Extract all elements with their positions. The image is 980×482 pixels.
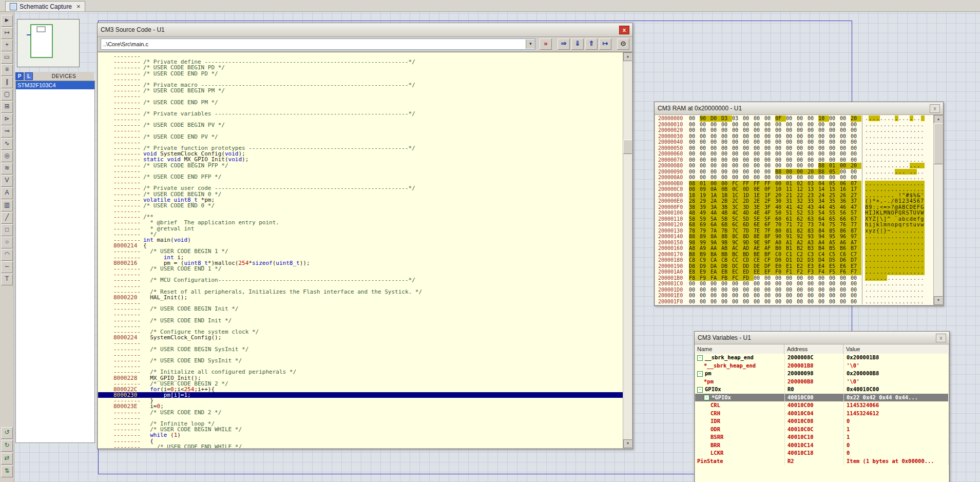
ram-window-close-button[interactable]: x xyxy=(930,104,940,113)
ram-row[interactable]: 200000D018191A1B1C1D1E1F2021222324252627… xyxy=(655,192,933,199)
circle-icon[interactable]: ○ xyxy=(1,237,13,248)
goto-address-icon[interactable]: ⊙ xyxy=(617,38,629,50)
variable-row-pm[interactable]: *pm200000B8'\0' xyxy=(695,378,949,386)
ram-row[interactable]: 200001F000000000000000000000000000000000… xyxy=(655,299,933,305)
variable-row-idr[interactable]: IDR40010C080 xyxy=(695,417,949,426)
source-window-titlebar[interactable]: CM3 Source Code - U1 x xyxy=(98,23,632,37)
ram-row[interactable]: 2000014088898A8B8C8D8E8F9091929394959697… xyxy=(655,234,933,240)
graph-mode-icon[interactable]: ∿ xyxy=(1,138,13,150)
virtual-instrument-icon[interactable]: ▥ xyxy=(1,200,13,211)
ram-row[interactable]: 200000A000000000000000000000000000000000… xyxy=(655,175,933,181)
variable-row-odr[interactable]: ODR40010C0C1 xyxy=(695,426,949,434)
inter-sheet-terminal-icon[interactable]: ⊳ xyxy=(1,113,13,125)
variable-row-pinstate[interactable]: PinStateR2Item (1 bytes at 0x00000... xyxy=(695,457,949,466)
expand-collapse-icon[interactable]: - xyxy=(697,371,703,377)
variables-window-titlebar[interactable]: CM3 Variables - U1 x xyxy=(695,332,949,344)
code-line[interactable]: --------/* USER CODE END 0 */ xyxy=(98,203,623,208)
mirror-x-icon[interactable]: ⇄ xyxy=(1,453,13,465)
overview-preview-panel[interactable] xyxy=(17,19,80,67)
ram-row[interactable]: 2000002000000000000000000000000000000000… xyxy=(655,127,933,133)
rotate-ccw-icon[interactable]: ↺ xyxy=(1,427,13,439)
text-script-icon[interactable]: ≡ xyxy=(1,64,13,76)
scroll-up-icon[interactable]: ▲ xyxy=(623,52,632,61)
source-window-close-button[interactable]: x xyxy=(619,26,629,34)
ram-row[interactable]: 2000011058595A5B5C5D5E5F6061626364656667… xyxy=(655,216,933,222)
generator-icon[interactable]: ≋ xyxy=(1,163,13,175)
code-line[interactable]: -------- /* USER CODE END WHILE */ xyxy=(98,444,623,448)
variable-row-crh[interactable]: CRH40010C041145324612 xyxy=(695,410,949,418)
code-line[interactable]: -------- /* USER CODE END 2 */ xyxy=(98,410,623,415)
scroll-up-icon[interactable]: ▲ xyxy=(934,115,943,124)
device-list-item[interactable]: STM32F103C4 xyxy=(16,81,94,89)
source-file-dropdown[interactable]: ..\Core\Src\main.c ▼ xyxy=(101,38,535,50)
device-list[interactable]: STM32F103C4 xyxy=(15,81,95,443)
expand-collapse-icon[interactable]: - xyxy=(697,355,703,361)
ram-row[interactable]: 200000C008090A0B0C0D0E0F1011121314151617… xyxy=(655,186,933,192)
code-line[interactable]: --------/* USER CODE BEGIN PFP */ xyxy=(98,163,623,168)
ram-row[interactable]: 2000010048494A4B4C4D4E4F5051525354555657… xyxy=(655,210,933,216)
ram-row[interactable]: 2000004000000000000000000000000000000000… xyxy=(655,139,933,145)
ram-row[interactable]: 200000F038393A3B3C3D3E3F4041424344454647… xyxy=(655,204,933,210)
source-scroll-thumb[interactable] xyxy=(623,140,632,154)
ram-row[interactable]: 2000007000000000000000000000000000000000… xyxy=(655,157,933,163)
device-pin-icon[interactable]: ⊸ xyxy=(1,126,13,138)
code-line[interactable]: -------- /* MCU Configuration-----------… xyxy=(98,277,623,283)
variable-row-brr[interactable]: BRR40010C140 xyxy=(695,441,949,450)
ram-vertical-scrollbar[interactable]: ▲ ▼ xyxy=(933,115,943,305)
code-line[interactable]: --------/* USER CODE END PD */ xyxy=(98,71,623,76)
ram-row[interactable]: 200001A0E8E9EAEBECEDEEEFF0F1F2F3F4F5F6F7… xyxy=(655,269,933,275)
ram-row[interactable]: 200001D000000000000000000000000000000000… xyxy=(655,287,933,293)
ram-row[interactable]: 200001C000000000000000000000000000000000… xyxy=(655,281,933,287)
execution-highlight-line[interactable]: 8000230 pm[i]=1; xyxy=(98,392,623,398)
code-line[interactable]: --------/* Private variables -----------… xyxy=(98,111,623,117)
variable-row-sbrkheapend[interactable]: *__sbrk_heap_end200001B8'\0' xyxy=(695,362,949,370)
ram-scroll-thumb[interactable] xyxy=(934,123,943,164)
code-line[interactable]: -------- } xyxy=(98,398,623,403)
code-line[interactable]: -------- xyxy=(98,208,623,214)
column-header-value[interactable]: Value xyxy=(843,344,949,354)
column-header-address[interactable]: Address xyxy=(784,344,843,354)
instant-edit-icon[interactable]: ⊞ xyxy=(1,101,13,113)
voltage-probe-icon[interactable]: V xyxy=(1,175,13,187)
code-line[interactable]: -------- /* USER CODE BEGIN Init */ xyxy=(98,306,623,312)
ram-row[interactable]: 20000080000000000000000000000000B8010020… xyxy=(655,163,933,169)
step-out-icon[interactable]: ⇑ xyxy=(585,38,598,50)
expand-collapse-icon[interactable]: - xyxy=(704,395,709,400)
ram-row[interactable]: 200000B008010000FCFFFFFF0001020304050607… xyxy=(655,181,933,187)
variables-window-close-button[interactable]: x xyxy=(936,334,946,342)
ram-row[interactable]: 2000015098999A9B9C9D9E9FA0A1A2A3A4A5A6A7… xyxy=(655,240,933,246)
scroll-down-icon[interactable]: ▼ xyxy=(623,439,632,448)
box-icon[interactable]: □ xyxy=(1,224,13,236)
path-icon[interactable]: ∼ xyxy=(1,261,13,273)
code-line[interactable]: -------- /* USER CODE END Init */ xyxy=(98,318,623,323)
code-line[interactable]: -------- /* USER CODE BEGIN SysInit */ xyxy=(98,346,623,352)
ram-row[interactable]: 2000013078797A7B7C7D7E7F8081828384858687… xyxy=(655,228,933,234)
dropdown-arrow-icon[interactable]: ▼ xyxy=(526,40,535,49)
ram-row[interactable]: 2000012068696A6B6C6D6E6F7071727374757677… xyxy=(655,222,933,228)
selection-mode-icon[interactable]: ► xyxy=(1,15,13,27)
code-line[interactable]: -------- /* USER CODE END SysInit */ xyxy=(98,358,623,363)
tab-schematic-capture[interactable]: Schematic Capture × xyxy=(5,1,85,11)
rotate-cw-icon[interactable]: ↻ xyxy=(1,440,13,452)
code-line[interactable]: --------/* USER CODE END PV */ xyxy=(98,134,623,140)
ram-row[interactable]: 2000003000000000000000000000000000000000… xyxy=(655,133,933,140)
ram-row[interactable]: 200000E028292A2B2C2D2E2F3031323334353637… xyxy=(655,198,933,204)
column-header-name[interactable]: Name xyxy=(695,344,784,354)
run-to-cursor-icon[interactable]: ↦ xyxy=(599,38,611,50)
ram-row[interactable]: 20000190D8D9DADBDCDDDEDFE0E1E2E3E4E5E6E7… xyxy=(655,263,933,269)
code-line[interactable]: -------- * @retval int xyxy=(98,226,623,232)
ram-row[interactable]: 2000005000000000000000000000000000000000… xyxy=(655,145,933,151)
step-over-icon[interactable]: ⇒ xyxy=(558,38,570,50)
ram-row[interactable]: 2000006000000000000000000000000000000000… xyxy=(655,151,933,157)
component-mode-icon[interactable]: ↦ xyxy=(1,27,13,39)
variable-row-sbrkheapend[interactable]: -__sbrk_heap_end2000008C0x200001B8 xyxy=(695,354,949,362)
scroll-down-icon[interactable]: ▼ xyxy=(934,296,943,305)
variable-row-bsrr[interactable]: BSRR40010C101 xyxy=(695,433,949,441)
code-line[interactable]: --------/* USER CODE BEGIN PM */ xyxy=(98,88,623,93)
code-line[interactable]: -------- /* USER CODE END 1 */ xyxy=(98,266,623,272)
ram-row[interactable]: 200001E000000000000000000000000000000000… xyxy=(655,293,933,299)
expand-collapse-icon[interactable]: - xyxy=(697,387,703,393)
code-line[interactable]: --------/* USER CODE END PM */ xyxy=(98,100,623,105)
text-mode-icon[interactable]: T xyxy=(1,274,13,285)
code-line[interactable]: 8000220 HAL_Init(); xyxy=(98,295,623,300)
